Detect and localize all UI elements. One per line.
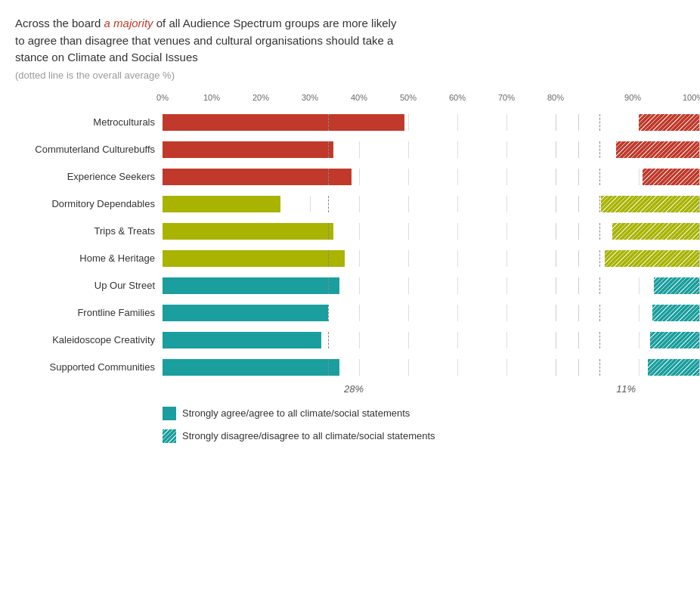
bar-right-kaleidoscope bbox=[650, 332, 699, 348]
legend-item-hatch: Strongly disagree/disagree to all climat… bbox=[163, 429, 685, 443]
bar-left-metroculturals bbox=[163, 114, 404, 131]
bar-right-trips bbox=[612, 223, 699, 240]
row-label-home: Home & Heritage bbox=[15, 252, 163, 264]
x-axis-row: 0% 10% 20% 30% 40% 50% 60% 70% 80% 90% 1… bbox=[163, 93, 685, 108]
bars-section bbox=[163, 359, 699, 376]
legend-swatch-hatch bbox=[163, 429, 176, 443]
right-chart-dormitory bbox=[578, 196, 699, 212]
bar-right-home bbox=[605, 250, 699, 267]
right-chart-commuterland bbox=[578, 141, 699, 158]
bar-left-dormitory bbox=[163, 196, 280, 212]
x-tick-30: 30% bbox=[302, 93, 318, 102]
x-tick-10: 10% bbox=[203, 93, 220, 102]
bar-left-kaleidoscope bbox=[163, 332, 321, 348]
table-row: Trips & Treats bbox=[15, 220, 685, 243]
x-tick-100: 100% bbox=[683, 93, 700, 102]
left-chart-home bbox=[163, 250, 556, 267]
row-label-experience-seekers: Experience Seekers bbox=[15, 171, 163, 182]
x-tick-0: 0% bbox=[156, 93, 169, 102]
x-tick-20: 20% bbox=[252, 93, 269, 102]
bar-right-experience-seekers bbox=[643, 169, 699, 185]
chart-rows: Metroculturals bbox=[15, 111, 685, 379]
right-chart-up-our-street bbox=[578, 277, 699, 294]
table-row: Home & Heritage bbox=[15, 247, 685, 270]
right-chart-frontline bbox=[578, 305, 699, 321]
left-chart-frontline bbox=[163, 305, 556, 321]
bar-right-up-our-street bbox=[654, 277, 699, 294]
annotation-right: 11% bbox=[567, 383, 685, 395]
x-tick-40: 40% bbox=[351, 93, 367, 102]
chart-subtitle: (dotted line is the overall average %) bbox=[15, 70, 685, 81]
bars-section bbox=[163, 114, 699, 131]
bars-section bbox=[163, 250, 699, 267]
row-label-supported-communities: Supported Communities bbox=[15, 361, 163, 373]
left-chart-metroculturals bbox=[163, 114, 556, 131]
left-chart-dormitory bbox=[163, 196, 556, 212]
right-chart-kaleidoscope bbox=[578, 332, 699, 348]
table-row: Kaleidoscope Creativity bbox=[15, 329, 685, 352]
left-chart-supported-communities bbox=[163, 359, 556, 376]
annotation-row: 28% 11% bbox=[163, 383, 685, 395]
row-label-commuterland: Commuterland Culturebuffs bbox=[15, 144, 163, 155]
right-chart-experience-seekers bbox=[578, 169, 699, 185]
bar-left-commuterland bbox=[163, 141, 333, 158]
bar-right-dormitory bbox=[601, 196, 699, 212]
right-chart-supported-communities bbox=[578, 359, 699, 376]
left-chart-up-our-street bbox=[163, 277, 556, 294]
left-chart-experience-seekers bbox=[163, 169, 556, 185]
x-tick-70: 70% bbox=[498, 93, 515, 102]
x-tick-90: 90% bbox=[624, 93, 641, 102]
x-axis-right: 90% 100% bbox=[572, 93, 685, 108]
legend-label-solid: Strongly agree/agree to all climate/soci… bbox=[182, 407, 410, 419]
table-row: Commuterland Culturebuffs bbox=[15, 138, 685, 161]
bar-left-experience-seekers bbox=[163, 169, 352, 185]
legend-swatch-solid bbox=[163, 407, 176, 420]
title-highlight: a majority bbox=[104, 17, 153, 29]
bar-right-frontline bbox=[652, 305, 699, 321]
table-row: Up Our Street bbox=[15, 274, 685, 297]
bars-section bbox=[163, 169, 699, 185]
bar-left-supported-communities bbox=[163, 359, 339, 376]
right-chart-trips bbox=[578, 223, 699, 240]
row-label-frontline: Frontline Families bbox=[15, 307, 163, 318]
x-tick-80: 80% bbox=[547, 93, 564, 102]
table-row: Dormitory Dependables bbox=[15, 193, 685, 215]
right-chart-home bbox=[578, 250, 699, 267]
bar-right-metroculturals bbox=[639, 114, 699, 131]
left-chart-commuterland bbox=[163, 141, 556, 158]
row-label-trips: Trips & Treats bbox=[15, 225, 163, 237]
chart-title: Across the board a majority of all Audie… bbox=[15, 15, 544, 67]
bars-section bbox=[163, 332, 699, 348]
annotation-left: 28% bbox=[163, 383, 545, 395]
row-label-up-our-street: Up Our Street bbox=[15, 280, 163, 291]
legend-label-hatch: Strongly disagree/disagree to all climat… bbox=[182, 430, 435, 441]
title-line4: stance on Climate and Social Issues bbox=[15, 51, 198, 63]
x-tick-50: 50% bbox=[400, 93, 417, 102]
title-text-after: of all Audience Spectrum groups are more… bbox=[153, 17, 397, 29]
chart-legend: Strongly agree/agree to all climate/soci… bbox=[163, 407, 685, 443]
title-line3: to agree than disagree that venues and c… bbox=[15, 34, 393, 47]
bar-left-trips bbox=[163, 223, 333, 240]
bars-section bbox=[163, 223, 699, 240]
row-label-metroculturals: Metroculturals bbox=[15, 116, 163, 128]
table-row: Experience Seekers bbox=[15, 166, 685, 188]
bar-right-supported-communities bbox=[648, 359, 699, 376]
row-label-dormitory: Dormitory Dependables bbox=[15, 198, 163, 209]
table-row: Supported Communities bbox=[15, 356, 685, 379]
bar-left-home bbox=[163, 250, 345, 267]
bar-left-frontline bbox=[163, 305, 328, 321]
left-chart-trips bbox=[163, 223, 556, 240]
bars-section bbox=[163, 141, 699, 158]
title-text-before: Across the board bbox=[15, 17, 104, 29]
x-tick-60: 60% bbox=[449, 93, 466, 102]
chart-container: Across the board a majority of all Audie… bbox=[15, 15, 685, 443]
right-chart-metroculturals bbox=[578, 114, 699, 131]
table-row: Frontline Families bbox=[15, 302, 685, 324]
bar-left-up-our-street bbox=[163, 277, 339, 294]
legend-item-solid: Strongly agree/agree to all climate/soci… bbox=[163, 407, 685, 420]
table-row: Metroculturals bbox=[15, 111, 685, 134]
bars-section bbox=[163, 196, 699, 212]
bar-right-commuterland bbox=[616, 141, 699, 158]
x-axis-left: 0% 10% 20% 30% 40% 50% 60% 70% 80% bbox=[163, 93, 528, 108]
left-chart-kaleidoscope bbox=[163, 332, 556, 348]
